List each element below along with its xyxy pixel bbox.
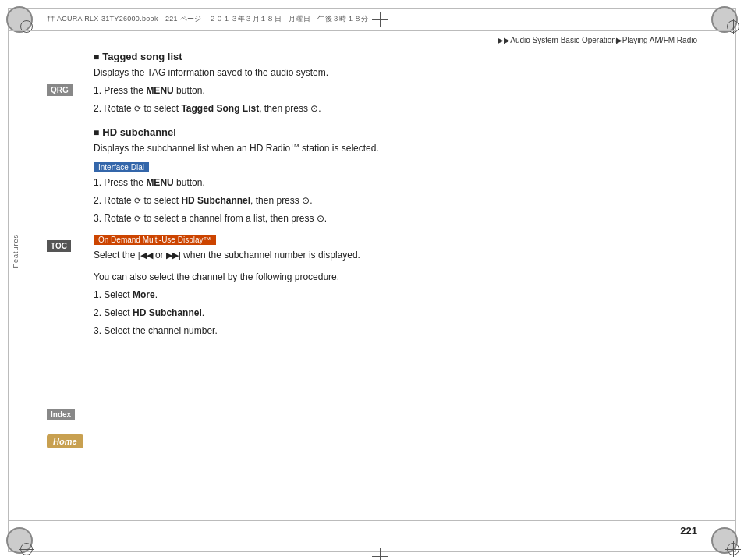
rotate-icon-3: ⟳	[134, 214, 141, 223]
toc-badge[interactable]: TOC	[47, 240, 71, 252]
step1-num: 1.	[94, 85, 101, 96]
breadcrumb-text: ▶▶Audio System Basic Operation▶Playing A…	[498, 36, 697, 44]
section2-heading: HD subchannel	[94, 126, 702, 138]
on-demand-text: Select the |◀◀ or ▶▶| when the subchanne…	[94, 248, 702, 262]
press-icon-2: ⊙	[302, 195, 310, 206]
index-badge[interactable]: Index	[47, 409, 75, 420]
section1-step1: 1. Press the MENU button.	[94, 83, 702, 97]
breadcrumb: ▶▶Audio System Basic Operation▶Playing A…	[498, 36, 697, 44]
also-step2: 2. Select HD Subchannel.	[94, 306, 702, 320]
s2-step1-num: 1.	[94, 177, 101, 188]
also-step2-num: 2.	[94, 307, 101, 318]
step2-bold: Tagged Song List	[181, 103, 259, 114]
qrg-badge[interactable]: QRG	[47, 84, 73, 96]
s2-step1-bold: MENU	[146, 177, 173, 188]
main-content: Tagged song list Displays the TAG inform…	[94, 51, 702, 349]
also-step3: 3. Select the channel number.	[94, 324, 702, 338]
press-icon-1: ⊙	[310, 103, 318, 114]
section1-heading: Tagged song list	[94, 51, 702, 62]
on-demand-section: On Demand Multi-Use Display™ Select the …	[94, 232, 702, 262]
section1-step2: 2. Rotate ⟳ to select Tagged Song List, …	[94, 101, 702, 115]
section1-heading-text: Tagged song list	[102, 51, 182, 62]
press-icon-3: ⊙	[317, 213, 324, 224]
s2-step2-num: 2.	[94, 195, 101, 206]
section-hd-subchannel: HD subchannel Displays the subchannel li…	[94, 126, 702, 338]
skip-back-icon: |◀◀	[138, 250, 153, 260]
also-step1-bold: More	[133, 289, 155, 300]
section1-description: Displays the TAG information saved to th…	[94, 66, 702, 80]
also-step2-bold: HD Subchannel	[133, 307, 202, 318]
page-number: 221	[680, 525, 697, 537]
section2-heading-text: HD subchannel	[102, 126, 176, 138]
section2-step2: 2. Rotate ⟳ to select HD Subchannel, the…	[94, 193, 702, 207]
section-tagged-song-list: Tagged song list Displays the TAG inform…	[94, 51, 702, 115]
also-procedure-section: You can also select the channel by the f…	[94, 270, 702, 338]
step2-num: 2.	[94, 103, 101, 114]
features-label: Features	[12, 234, 19, 268]
s2-step3-num: 3.	[94, 213, 101, 224]
s2-step2-bold: HD Subchannel	[181, 195, 250, 206]
tm-superscript: TM	[290, 142, 299, 149]
section2-description: Displays the subchannel list when an HD …	[94, 141, 702, 155]
also-step1: 1. Select More.	[94, 288, 702, 302]
skip-fwd-icon: ▶▶|	[166, 250, 181, 260]
step1-bold: MENU	[146, 85, 173, 96]
rotate-icon-2: ⟳	[134, 196, 141, 205]
also-step3-num: 3.	[94, 325, 101, 336]
on-demand-badge: On Demand Multi-Use Display™	[94, 235, 216, 245]
section2-step3: 3. Rotate ⟳ to select a channel from a l…	[94, 211, 702, 225]
footer-line	[8, 520, 736, 521]
interface-dial-badge: Interface Dial	[94, 162, 149, 172]
section2-step1: 1. Press the MENU button.	[94, 175, 702, 190]
top-bar-text: †† ACURA RLX-31TY26000.book 221 ページ ２０１３…	[47, 14, 369, 24]
top-bar: †† ACURA RLX-31TY26000.book 221 ページ ２０１３…	[8, 8, 736, 31]
rotate-icon-1: ⟳	[134, 104, 141, 113]
also-text: You can also select the channel by the f…	[94, 270, 702, 284]
also-step1-num: 1.	[94, 289, 101, 300]
home-badge[interactable]: Home	[47, 434, 83, 448]
